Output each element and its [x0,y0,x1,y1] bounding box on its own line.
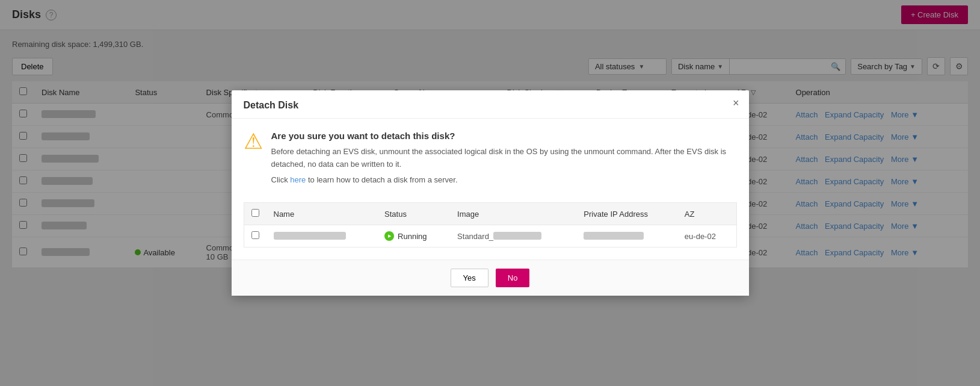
yes-button[interactable]: Yes [451,269,488,287]
modal-server-name [274,232,346,240]
modal-select-all-checkbox[interactable] [251,209,259,217]
here-link[interactable]: here [290,175,306,184]
modal-az: eu-de-02 [685,232,716,241]
detach-disk-modal: Detach Disk × ⚠ Are you sure you want to… [232,90,749,296]
modal-row-checkbox[interactable] [251,231,259,239]
modal-col-name: Name [274,210,295,219]
modal-col-status: Status [384,210,407,219]
warning-triangle-icon: ⚠ [244,131,263,152]
modal-col-private-ip: Private IP Address [584,210,648,219]
warning-description: Before detaching an EVS disk, unmount th… [271,146,737,171]
warning-link-area: Click here to learn how to detach a disk… [271,174,737,187]
modal-overlay: Detach Disk × ⚠ Are you sure you want to… [0,0,980,386]
modal-col-az: AZ [685,210,695,219]
modal-private-ip [584,232,644,240]
modal-col-image: Image [457,210,479,219]
running-status-icon [384,231,394,241]
modal-table-row: Running Standard_ eu-de-02 [244,225,736,247]
running-status-text: Running [398,232,427,241]
modal-close-button[interactable]: × [733,98,739,108]
modal-image-name: Standard_ [457,232,541,241]
modal-title: Detach Disk [244,100,299,110]
no-button[interactable]: No [496,269,530,287]
warning-title: Are you sure you want to detach this dis… [271,131,737,141]
